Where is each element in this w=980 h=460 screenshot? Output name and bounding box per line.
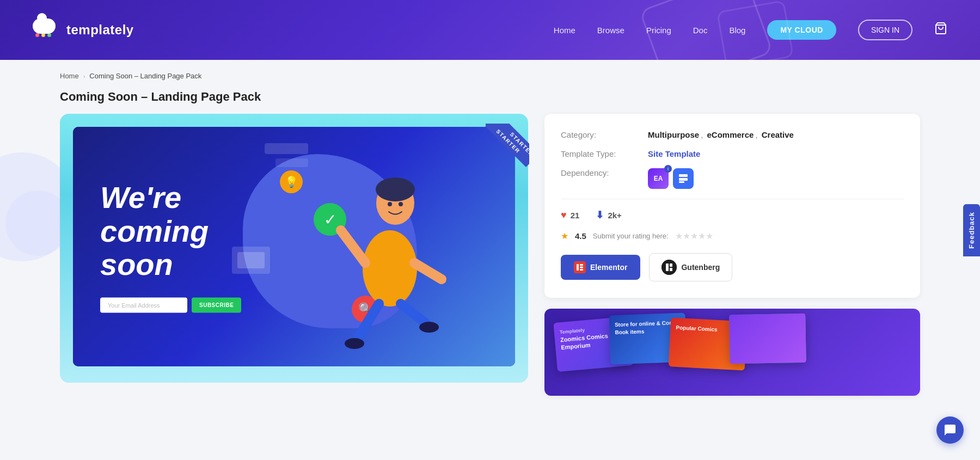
template-type-label: Template Type — [561, 149, 648, 158]
svg-point-10 — [388, 202, 392, 206]
deco-ui-widget — [232, 247, 270, 274]
dependency-label: Dependency — [561, 168, 648, 177]
template-type-value: Site Template — [648, 149, 700, 158]
category-row: Category Multipurpose, eCommerce, Creati… — [561, 130, 904, 139]
svg-line-6 — [357, 304, 379, 339]
dependency-row: Dependency EA i — [561, 168, 904, 189]
svg-rect-16 — [580, 264, 583, 266]
signin-button[interactable]: SIGN IN — [858, 20, 912, 40]
category-label: Category — [561, 130, 648, 139]
nav-pricing[interactable]: Pricing — [646, 26, 671, 35]
preview-text-area: We're coming soon Your Email Address SUB… — [100, 181, 241, 313]
dep-info-icon: i — [664, 165, 672, 173]
svg-point-9 — [419, 322, 439, 333]
template-type-row: Template Type Site Template — [561, 149, 904, 158]
svg-rect-21 — [670, 263, 672, 267]
logo-dot-yellow — [41, 33, 45, 37]
svg-point-8 — [345, 338, 364, 349]
svg-rect-14 — [679, 181, 684, 183]
svg-line-4 — [341, 230, 365, 263]
breadcrumb-home[interactable]: Home — [60, 72, 79, 80]
preview-email-input: Your Email Address — [100, 297, 187, 312]
breadcrumb: Home › Coming Soon – Landing Page Pack — [60, 72, 920, 80]
nav-browse[interactable]: Browse — [597, 26, 624, 35]
downloads-stat: ⬇ 2k+ — [596, 209, 621, 221]
preview-subscribe-btn: SUBSCRIBE — [192, 297, 241, 312]
preview-subscribe: Your Email Address SUBSCRIBE — [100, 297, 241, 312]
elementor-icon — [574, 261, 586, 273]
svg-rect-13 — [679, 178, 688, 181]
nav-home[interactable]: Home — [554, 26, 575, 35]
deco-bulb: 💡 — [280, 170, 303, 193]
logo-dots — [35, 33, 61, 37]
logo-text: templately — [66, 22, 134, 38]
thumbs-inner: Templately Zoomics Comics Emporium Store… — [544, 309, 920, 396]
gutenberg-icon — [661, 260, 677, 275]
starter-badge-text: STARTER — [495, 124, 529, 161]
logo-cloud-shape — [33, 19, 56, 34]
main-content: STARTER We're coming soon Your Email A — [0, 114, 980, 418]
dep-ea-wrapper: EA i — [648, 168, 669, 189]
preview-person — [324, 160, 466, 355]
svg-rect-22 — [670, 268, 672, 271]
svg-rect-20 — [666, 263, 669, 271]
likes-stat: ♥ 21 — [561, 210, 579, 221]
mycloud-button[interactable]: MY CLOUD — [767, 20, 836, 40]
svg-line-5 — [414, 263, 442, 279]
template-inner: We're coming soon Your Email Address SUB… — [73, 127, 515, 366]
feedback-tab[interactable]: Feedback — [963, 204, 980, 256]
template-preview-wrapper: STARTER We're coming soon Your Email A — [60, 114, 528, 396]
stats-row: ♥ 21 ⬇ 2k+ — [561, 209, 904, 221]
dependency-icons: EA i — [648, 168, 694, 189]
rating-label: Submit your rating here: — [593, 232, 669, 240]
svg-rect-15 — [577, 264, 579, 271]
header: templately Home Browse Pricing Doc Blog … — [0, 0, 980, 60]
info-panel: Category Multipurpose, eCommerce, Creati… — [544, 114, 920, 396]
likes-count: 21 — [571, 211, 580, 220]
nav-blog[interactable]: Blog — [729, 26, 745, 35]
deco-ui-bar2 — [275, 158, 308, 167]
preview-content: We're coming soon Your Email Address SUB… — [73, 127, 515, 366]
btn-row: Elementor Gutenberg — [561, 253, 904, 281]
logo-dot-green — [47, 33, 51, 37]
template-outer: We're coming soon Your Email Address SUB… — [60, 114, 528, 383]
svg-rect-17 — [580, 267, 583, 268]
divider — [561, 199, 904, 199]
svg-rect-18 — [580, 269, 583, 271]
rating-score: 4.5 — [575, 231, 586, 241]
thumb4[interactable] — [729, 314, 806, 364]
rating-row: ★ 4.5 Submit your rating here: ★★★★★ — [561, 231, 904, 241]
gutenberg-button[interactable]: Gutenberg — [649, 253, 732, 281]
header-nav: Home Browse Pricing Doc Blog MY CLOUD SI… — [554, 20, 947, 40]
svg-point-19 — [661, 260, 677, 275]
starter-badge-ribbon: STARTER — [486, 124, 529, 167]
breadcrumb-separator: › — [83, 73, 85, 79]
svg-rect-12 — [679, 174, 688, 177]
star-filled: ★ — [561, 231, 568, 241]
downloads-count: 2k+ — [608, 211, 621, 220]
breadcrumb-current: Coming Soon – Landing Page Pack — [89, 72, 201, 80]
svg-line-7 — [401, 304, 425, 323]
deco-ui-bar — [265, 143, 308, 154]
nav-doc[interactable]: Doc — [693, 26, 708, 35]
logo-dot-red — [35, 33, 39, 37]
category-value: Multipurpose, eCommerce, Creative — [648, 130, 794, 139]
heart-icon: ♥ — [561, 210, 567, 221]
svg-point-3 — [363, 230, 417, 306]
svg-point-2 — [376, 177, 415, 201]
page-title: Coming Soon – Landing Page Pack — [0, 85, 980, 114]
svg-point-11 — [399, 202, 403, 206]
rating-stars-empty[interactable]: ★★★★★ — [675, 231, 713, 241]
info-card-main: Category Multipurpose, eCommerce, Creati… — [544, 114, 920, 298]
dep-stacked-icon[interactable] — [673, 168, 694, 189]
logo-icon — [33, 16, 61, 44]
download-icon: ⬇ — [596, 209, 604, 221]
thumbs-card: Templately Zoomics Comics Emporium Store… — [544, 309, 920, 396]
elementor-button[interactable]: Elementor — [561, 255, 640, 280]
preview-title: We're coming soon — [100, 181, 241, 281]
breadcrumb-area: Home › Coming Soon – Landing Page Pack — [0, 60, 980, 85]
cart-icon[interactable] — [934, 22, 947, 38]
logo-link[interactable]: templately — [33, 16, 134, 44]
